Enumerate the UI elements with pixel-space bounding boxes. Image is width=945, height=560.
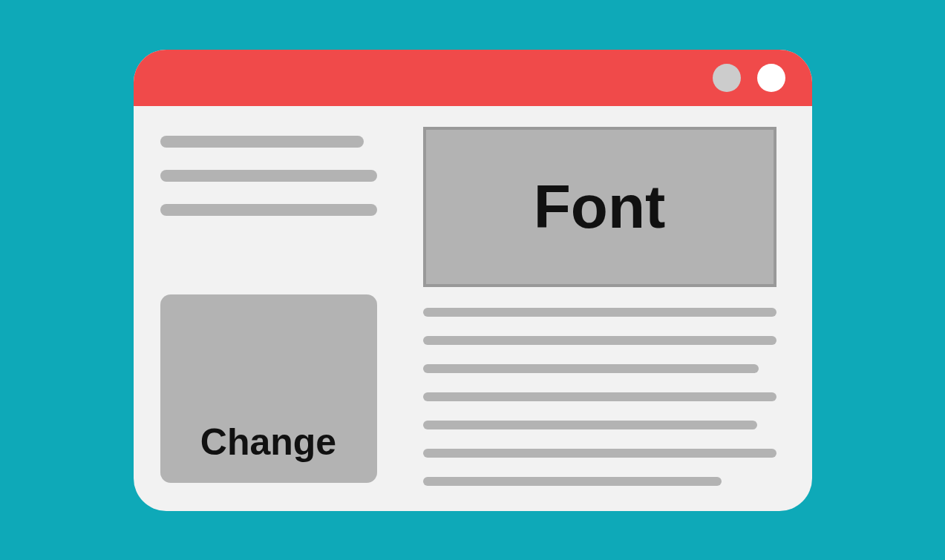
- paragraph-lines: [160, 136, 377, 216]
- left-column: Change: [160, 127, 377, 486]
- change-label: Change: [200, 421, 336, 464]
- change-box: Change: [160, 294, 377, 483]
- text-line: [160, 204, 377, 216]
- right-column: Font: [423, 127, 785, 486]
- text-line: [423, 421, 757, 429]
- close-button[interactable]: [757, 64, 785, 92]
- text-line: [423, 392, 776, 401]
- text-line: [423, 449, 776, 458]
- content-area: Change Font: [134, 106, 812, 511]
- title-bar: [134, 50, 812, 106]
- text-line: [423, 477, 722, 486]
- font-hero-box: Font: [423, 127, 776, 287]
- text-line: [160, 136, 364, 148]
- font-label: Font: [534, 172, 666, 242]
- text-line: [423, 336, 776, 345]
- body-paragraph: [423, 308, 785, 486]
- text-line: [423, 308, 776, 317]
- browser-window: Change Font: [134, 50, 812, 511]
- text-line: [160, 170, 377, 182]
- minimize-button[interactable]: [713, 64, 741, 92]
- text-line: [423, 364, 759, 373]
